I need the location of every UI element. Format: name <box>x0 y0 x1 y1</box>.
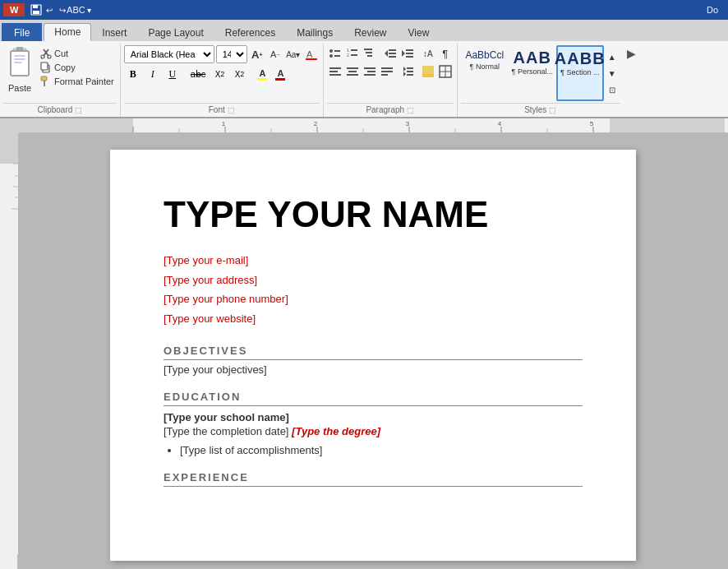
svg-rect-38 <box>406 56 413 58</box>
svg-marker-31 <box>385 50 388 57</box>
style-heading1-preview: AAB <box>514 49 551 66</box>
styles-scroll-up[interactable]: ▲ <box>604 49 620 65</box>
tab-home[interactable]: Home <box>44 23 91 41</box>
styles-group-label: Styles <box>524 105 546 114</box>
font-name-select[interactable]: Arial Black (HeaTimes New RomanCalibri <box>124 45 214 63</box>
svg-rect-46 <box>367 71 376 72</box>
align-left-button[interactable] <box>327 63 343 80</box>
style-section-preview: AABB <box>555 50 606 67</box>
strikethrough-button[interactable]: ab̶c <box>187 65 210 83</box>
font-grow-button[interactable]: A+ <box>249 46 265 62</box>
clipboard-expand-icon[interactable]: ⬚ <box>75 106 82 114</box>
paste-button[interactable]: Paste <box>3 45 36 95</box>
quick-access-dropdown[interactable]: ▾ <box>82 3 95 16</box>
tab-page-layout[interactable]: Page Layout <box>137 23 214 41</box>
copy-label: Copy <box>54 62 76 72</box>
styles-scroll-down[interactable]: ▼ <box>604 65 620 81</box>
svg-text:1: 1 <box>222 120 226 127</box>
align-right-button[interactable] <box>362 63 378 80</box>
copy-button[interactable]: Copy <box>38 61 117 74</box>
tab-view[interactable]: View <box>398 23 440 41</box>
doc-address[interactable]: [Type your address] <box>164 271 583 289</box>
vertical-ruler <box>0 118 18 569</box>
svg-rect-61 <box>0 118 18 554</box>
style-normal-label: ¶ Normal <box>470 62 500 71</box>
doc-accomplishments-item[interactable]: [Type list of accomplishments] <box>180 444 583 456</box>
document-area[interactable]: TYPE YOUR NAME [Type your e-mail] [Type … <box>18 133 728 569</box>
align-justify-button[interactable] <box>379 63 395 80</box>
doc-completion-date: [Type the completion date] <box>164 425 288 437</box>
doc-email[interactable]: [Type your e-mail] <box>164 251 583 270</box>
style-normal-preview: AaBbCcl <box>465 49 504 61</box>
doc-phone[interactable]: [Type your phone number] <box>164 289 583 308</box>
decrease-indent-button[interactable] <box>382 45 399 62</box>
svg-text:4: 4 <box>498 120 502 127</box>
text-highlight-button[interactable]: A <box>254 66 270 82</box>
doc-name-heading[interactable]: TYPE YOUR NAME <box>164 195 583 234</box>
shading-button[interactable] <box>420 63 436 80</box>
increase-indent-button[interactable] <box>399 45 416 62</box>
svg-text:A: A <box>306 49 313 59</box>
quick-access-spellcheck[interactable]: ABC <box>69 3 82 16</box>
tab-insert[interactable]: Insert <box>91 23 137 41</box>
svg-rect-36 <box>406 49 413 51</box>
svg-rect-32 <box>389 49 396 51</box>
svg-rect-48 <box>381 67 393 69</box>
quick-access-undo[interactable]: ↩ <box>43 3 56 16</box>
cut-button[interactable]: Cut <box>38 47 117 60</box>
editing-more-icon[interactable]: ▶ <box>627 47 636 60</box>
format-painter-button[interactable]: Format Painter <box>38 75 117 88</box>
svg-rect-62 <box>0 118 18 164</box>
paste-label: Paste <box>8 83 31 93</box>
svg-point-13 <box>48 55 51 58</box>
tab-file[interactable]: File <box>2 23 42 41</box>
tab-mailings[interactable]: Mailings <box>286 23 343 41</box>
svg-rect-33 <box>389 53 396 54</box>
style-normal[interactable]: AaBbCcl ¶ Normal <box>461 45 509 101</box>
bold-button[interactable]: B <box>124 65 142 83</box>
tab-references[interactable]: References <box>214 23 286 41</box>
font-color-button[interactable]: A <box>272 66 288 82</box>
numbering-button[interactable]: 1.2. <box>344 45 361 62</box>
doc-website[interactable]: [Type your website] <box>164 309 583 328</box>
svg-rect-44 <box>347 74 358 76</box>
align-center-button[interactable] <box>344 63 361 80</box>
borders-button[interactable] <box>437 63 454 80</box>
styles-expand-icon[interactable]: ⬚ <box>549 106 556 114</box>
line-spacing-button[interactable] <box>399 63 416 80</box>
clipboard-group-label: Clipboard <box>37 105 72 114</box>
quick-access-save[interactable] <box>30 3 43 16</box>
svg-rect-25 <box>351 49 357 51</box>
file-tab-qa[interactable]: W <box>3 3 25 16</box>
clear-format-button[interactable]: A <box>303 46 320 62</box>
paragraph-group-label: Paragraph <box>366 105 404 114</box>
styles-more[interactable]: ⊡ <box>604 81 620 98</box>
subscript-button[interactable]: X2 <box>210 65 228 83</box>
title-bar-text: Do <box>95 5 725 15</box>
show-para-button[interactable]: ¶ <box>437 45 454 62</box>
svg-rect-2 <box>33 11 39 14</box>
font-size-select[interactable]: 148910111214161824364872 <box>216 45 247 63</box>
change-case-button[interactable]: Aa▾ <box>285 46 302 62</box>
italic-button[interactable]: I <box>144 65 162 83</box>
font-shrink-button[interactable]: A− <box>267 46 283 62</box>
svg-rect-57 <box>422 74 434 77</box>
style-section[interactable]: AABB ¶ Section ... <box>556 45 604 101</box>
doc-objectives-body[interactable]: [Type your objectives] <box>164 363 583 376</box>
multilevel-button[interactable] <box>362 45 378 62</box>
paragraph-expand-icon[interactable]: ⬚ <box>407 106 414 114</box>
doc-school-name[interactable]: [Type your school name] <box>164 411 583 423</box>
sort-button[interactable]: ↕A <box>420 45 436 62</box>
svg-marker-35 <box>402 50 405 57</box>
doc-completion-row[interactable]: [Type the completion date] [Type the deg… <box>164 425 583 437</box>
bullets-button[interactable] <box>327 45 343 62</box>
font-expand-icon[interactable]: ⬚ <box>228 106 235 114</box>
svg-rect-55 <box>407 74 413 76</box>
svg-rect-47 <box>364 74 376 76</box>
svg-rect-16 <box>41 76 47 81</box>
svg-rect-28 <box>364 49 372 50</box>
superscript-button[interactable]: X2 <box>230 65 248 83</box>
underline-button[interactable]: U <box>164 65 182 83</box>
style-heading1[interactable]: AAB ¶ Personal... <box>509 45 556 101</box>
tab-review[interactable]: Review <box>343 23 397 41</box>
